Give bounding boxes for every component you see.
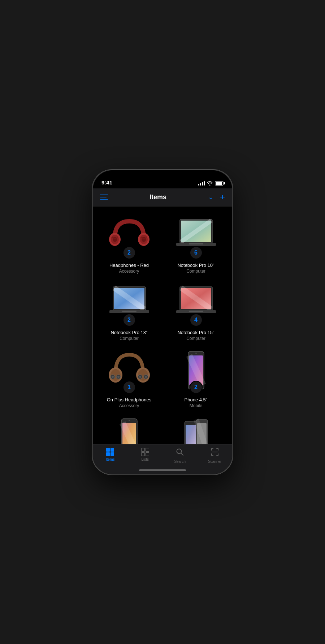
- item-name-notebook-13: Notebook Pro 13": [110, 329, 147, 336]
- search-tab-icon: [176, 448, 184, 458]
- item-card-phone-pink[interactable]: 3 Phone 5" Mobile: [99, 414, 160, 444]
- add-button[interactable]: +: [220, 192, 225, 202]
- screen: 9:41 Items ⌄: [93, 170, 232, 474]
- svg-rect-44: [186, 425, 197, 444]
- item-badge-on-plus-headphones: 1: [123, 381, 136, 394]
- lists-tab-icon: [141, 448, 149, 456]
- nav-actions: ⌄ +: [208, 192, 225, 202]
- item-image-wrapper: 1: [102, 347, 156, 394]
- tab-lists[interactable]: Lists: [133, 448, 158, 461]
- item-name-notebook-10: Notebook Pro 10": [177, 262, 214, 269]
- item-card-phone-silver[interactable]: 2 Phone Pro Mobile: [165, 414, 226, 444]
- item-image-wrapper: 2: [169, 347, 223, 394]
- home-indicator: [139, 469, 186, 471]
- item-category-notebook-15: Computer: [186, 336, 205, 341]
- item-card-notebook-10[interactable]: 6 Notebook Pro 10" Computer: [165, 212, 226, 274]
- menu-icon[interactable]: [100, 195, 108, 200]
- content-area[interactable]: 2 Headphones - Red Accessory: [93, 206, 232, 444]
- phone-frame: 9:41 Items ⌄: [92, 170, 233, 475]
- item-badge-notebook-15: 4: [190, 314, 203, 327]
- item-category-notebook-10: Computer: [186, 269, 205, 274]
- tab-lists-label: Lists: [141, 457, 149, 461]
- svg-point-30: [139, 376, 141, 378]
- svg-point-5: [142, 237, 146, 242]
- item-badge-headphones-red: 2: [123, 246, 136, 259]
- item-card-on-plus-headphones[interactable]: 1 On Plus Headphones Accessory: [99, 347, 160, 408]
- items-grid: 2 Headphones - Red Accessory: [99, 212, 226, 444]
- svg-rect-15: [122, 311, 136, 312]
- items-tab-icon: [106, 448, 114, 456]
- svg-rect-10: [189, 243, 203, 244]
- item-card-phone-45[interactable]: 2 Phone 4.5" Mobile: [165, 347, 226, 408]
- item-image-wrapper: 2: [102, 280, 156, 327]
- svg-point-24: [112, 376, 114, 378]
- nav-title: Items: [150, 193, 166, 201]
- item-badge-notebook-10: 6: [190, 246, 203, 259]
- item-image-wrapper: 2: [169, 414, 223, 444]
- item-badge-phone-45: 2: [190, 381, 203, 394]
- item-card-headphones-red[interactable]: 2 Headphones - Red Accessory: [99, 212, 160, 274]
- tab-items[interactable]: Items: [98, 448, 123, 461]
- item-name-notebook-15: Notebook Pro 15": [177, 329, 214, 336]
- svg-point-26: [117, 376, 120, 378]
- svg-point-41: [129, 420, 130, 421]
- status-time: 9:41: [101, 179, 112, 185]
- item-category-phone-45: Mobile: [190, 403, 202, 408]
- tab-items-label: Items: [106, 457, 114, 461]
- item-category-notebook-13: Computer: [120, 336, 139, 341]
- item-category-on-plus-headphones: Accessory: [119, 403, 139, 408]
- status-icons: [198, 181, 224, 185]
- item-image-wrapper: 4: [169, 280, 223, 327]
- item-name-phone-45: Phone 4.5": [185, 397, 208, 403]
- scanner-tab-icon: [211, 448, 219, 458]
- phone-silver-image: [174, 418, 218, 444]
- nav-header: Items ⌄ +: [93, 188, 232, 206]
- item-category-headphones-red: Accessory: [119, 269, 139, 274]
- tab-scanner[interactable]: Scanner: [202, 448, 228, 464]
- chevron-down-icon[interactable]: ⌄: [208, 193, 213, 201]
- svg-rect-20: [189, 311, 203, 312]
- signal-icon: [198, 181, 205, 185]
- phone-pink-image: [108, 418, 151, 444]
- item-card-notebook-15[interactable]: 4 Notebook Pro 15" Computer: [165, 280, 226, 341]
- item-image-wrapper: 2: [102, 212, 156, 259]
- tab-search[interactable]: Search: [167, 448, 192, 464]
- notch: [139, 170, 186, 183]
- item-badge-notebook-13: 2: [123, 314, 136, 327]
- svg-line-49: [181, 453, 183, 455]
- item-image-wrapper: 3: [102, 414, 156, 444]
- svg-point-36: [195, 353, 197, 354]
- battery-icon: [215, 181, 224, 185]
- item-name-on-plus-headphones: On Plus Headphones: [107, 397, 152, 403]
- wifi-icon: [207, 181, 213, 185]
- svg-point-32: [145, 376, 147, 378]
- item-card-notebook-13[interactable]: 2 Notebook Pro 13" Computer: [99, 280, 160, 341]
- tab-scanner-label: Scanner: [208, 460, 221, 464]
- svg-point-2: [113, 237, 117, 242]
- tab-search-label: Search: [174, 460, 186, 464]
- item-name-headphones-red: Headphones - Red: [109, 262, 149, 269]
- status-bar: 9:41: [93, 170, 232, 188]
- item-image-wrapper: 6: [169, 212, 223, 259]
